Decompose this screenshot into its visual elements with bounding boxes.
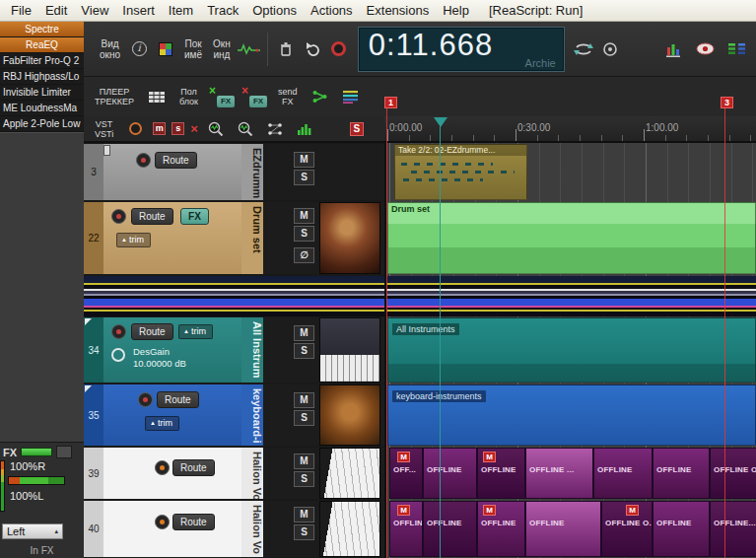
mute-button[interactable]: M [294,152,314,168]
menu-reascript-run[interactable]: [ReaScript: Run] [482,1,589,20]
lane-track-40[interactable]: M OFFLINE OFFLINE M OFFLINE OFFLINE M OF… [386,501,756,557]
info-button[interactable]: i [127,36,151,62]
trim-button[interactable]: ▲trim [145,416,179,431]
offline-item[interactable]: OFFLINE O... [710,448,756,499]
dry-amount-label[interactable]: 100%L [10,490,43,502]
route-button[interactable]: Route [131,323,173,340]
media-item-all-instruments[interactable]: All Instruments [387,317,756,383]
mute-all-button[interactable]: m [153,122,166,135]
solo-button[interactable]: S [294,343,314,359]
track-panel-22[interactable]: 22 Route FX ▲trim Drum set M S ∅ [84,202,384,274]
fx-plugin-fabfilter[interactable]: FabFilter Pro-Q 2 [0,53,84,69]
phase-button[interactable]: ∅ [294,247,314,263]
media-item-ezdrummer[interactable]: Take 2/2: 02-EZdrumme... [394,144,527,200]
fx-enable-toggle[interactable] [21,448,52,456]
offline-item[interactable]: OFFLINE [423,448,477,499]
record-button[interactable] [327,36,351,62]
solo-all-button[interactable]: s [172,122,184,135]
timeline-ruler[interactable]: 0:00.00 0:30.00 1:00.00 [384,116,756,143]
half-block-button[interactable]: Пол блок [175,87,202,106]
record-arm-button[interactable] [138,392,153,407]
routing-matrix-button[interactable] [263,116,287,142]
offline-item[interactable]: OFFLINE ... [525,448,593,499]
menu-options[interactable]: Options [245,1,304,20]
lane-track-34[interactable]: All Instruments [386,317,756,383]
remove-fx-button[interactable]: × FX [241,86,267,107]
meter-bars-button[interactable] [293,116,316,142]
record-arm-button[interactable] [136,153,151,168]
show-names-button[interactable]: Пок имё [180,38,206,60]
fx-plugin-me-loudness[interactable]: ME LoudnessMa [0,101,84,116]
monitor-button[interactable] [598,36,622,62]
routing-button[interactable] [309,84,332,109]
levels-button[interactable] [661,36,685,62]
track-panel-35[interactable]: 35 Route ▲trim keyboard-i M S [84,384,384,446]
menu-actions[interactable]: Actions [304,1,360,20]
spectral-peek-button-2[interactable] [234,116,257,142]
theme-button[interactable] [154,36,177,62]
offline-item[interactable]: OFFLINE [593,448,653,499]
loop-button[interactable] [572,36,595,62]
transport-time-display[interactable]: 0:11.668 Archie [358,27,565,72]
mute-button[interactable]: M [294,392,314,408]
solo-button[interactable]: S [294,524,314,540]
visibility-button[interactable] [693,36,717,62]
record-arm-all-button[interactable] [123,116,147,142]
fx-button[interactable]: FX [180,208,209,225]
collapsed-tracks-stripes[interactable] [84,276,384,316]
solo-button[interactable]: S [294,226,314,242]
solo-button[interactable]: S [294,471,314,487]
clear-x-button[interactable]: × [190,121,198,136]
solo-button[interactable]: S [294,410,314,426]
vst-button[interactable]: VST VSTi [91,119,117,139]
arrange-view[interactable]: Take 2/2: 02-EZdrumme... Drum set All In… [384,143,756,558]
offline-item[interactable]: OFFLINE [653,501,710,557]
mute-button[interactable]: M [294,507,314,523]
lane-track-35[interactable]: keyboard-instruments [386,384,756,446]
spectral-peek-button-1[interactable] [204,116,228,142]
trim-button[interactable]: ▲trim [178,324,213,339]
mute-button[interactable]: M [294,453,314,469]
menu-view[interactable]: View [74,1,115,20]
route-button[interactable]: Route [131,208,173,225]
solo-button[interactable]: S [294,170,314,185]
route-button[interactable]: Route [157,391,199,408]
fx-plugin-invisible-limiter[interactable]: Invisible Limiter [0,85,84,101]
offline-item[interactable]: M OFFLINE O... [601,501,653,557]
wet-dry-meter[interactable] [8,476,65,485]
mute-button[interactable]: M [294,325,314,341]
route-button[interactable]: Route [172,514,215,530]
menu-edit[interactable]: Edit [38,1,74,20]
route-button[interactable]: Route [172,459,215,476]
track-panel-3[interactable]: 3 Route EZdrumm M S [84,144,384,200]
add-fx-button[interactable]: × FX [209,86,235,107]
menu-file[interactable]: File [4,1,38,20]
track-list-button[interactable] [339,84,363,109]
window-indicator-button[interactable]: Окн инд [209,38,235,60]
record-arm-button[interactable] [111,324,126,339]
delete-button[interactable] [274,36,298,62]
fx-plugin-spectre[interactable]: Spectre [0,22,84,37]
wet-amount-label[interactable]: 100%R [10,460,45,472]
offline-item[interactable]: OFFLINE [423,501,477,557]
route-button[interactable]: Route [155,152,197,169]
lane-collapsed-stripes[interactable] [386,276,756,316]
send-fx-button[interactable]: send FX [274,87,302,106]
solo-master-button[interactable]: S [350,122,364,136]
media-item-drum-set[interactable]: Drum set [387,202,756,274]
marker-strip[interactable] [384,77,756,116]
menu-help[interactable]: Help [436,1,476,20]
fx-plugin-reaeq[interactable]: ReaEQ [0,37,84,53]
lane-track-3[interactable]: Take 2/2: 02-EZdrumme... [386,144,756,200]
gain-value[interactable]: 10.00000 dB [133,358,186,369]
offline-item[interactable]: OFFLINE... [710,501,756,557]
fold-triangle-icon[interactable] [85,385,92,392]
grid-view-button[interactable] [145,84,169,109]
view-window-button[interactable]: Вид окно [96,38,124,60]
record-arm-button[interactable] [111,209,126,224]
spinner-control[interactable] [103,145,110,156]
menu-insert[interactable]: Insert [115,1,162,20]
trim-button[interactable]: ▲trim [116,233,151,247]
track-panel-39[interactable]: 39 Route Halion Vo M S [84,448,384,499]
record-arm-button[interactable] [155,515,170,529]
